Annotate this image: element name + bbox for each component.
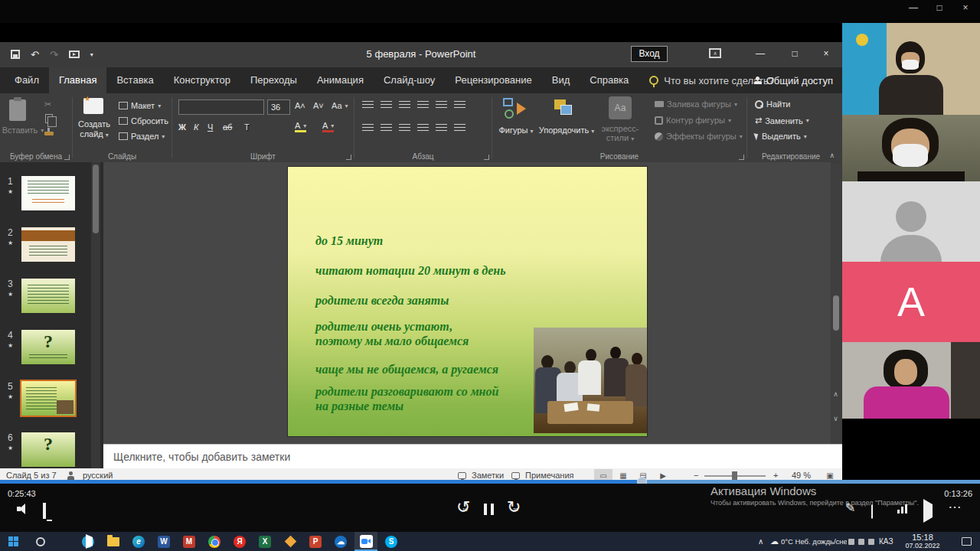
- annotate-pencil-icon[interactable]: ✎: [845, 500, 855, 515]
- font-color-button[interactable]: А▾: [322, 121, 334, 132]
- participant-avatar-placeholder[interactable]: [842, 181, 980, 262]
- clipboard-dialog-launcher[interactable]: [64, 155, 70, 160]
- replace-button[interactable]: ⇄Заменить▾: [755, 116, 809, 126]
- classroom-photo[interactable]: [534, 328, 647, 433]
- slide-text[interactable]: родители очень устают, поэтому мы мало о…: [315, 319, 498, 348]
- highlight-color-button[interactable]: А▾: [295, 121, 306, 132]
- excel-app-button[interactable]: X: [253, 532, 276, 551]
- telegram-app-button[interactable]: [77, 532, 100, 551]
- columns-icon[interactable]: [436, 124, 447, 133]
- keyboard-icon[interactable]: [871, 504, 873, 519]
- action-center-button[interactable]: [962, 532, 972, 551]
- change-case-button[interactable]: Аа▾: [332, 101, 348, 110]
- zoom-out-button[interactable]: −: [694, 471, 698, 480]
- bullets-icon[interactable]: [362, 101, 374, 110]
- participant-initial-tile[interactable]: А: [842, 262, 980, 342]
- participant-video-2[interactable]: [842, 115, 980, 181]
- window-minimize-button[interactable]: —: [902, 2, 925, 13]
- text-shadow-button[interactable]: Т: [244, 122, 250, 132]
- slide-thumbnail-1[interactable]: [21, 176, 75, 210]
- share-button[interactable]: Общий доступ: [754, 67, 833, 93]
- skype-app-button[interactable]: S: [380, 532, 403, 551]
- display-icon[interactable]: [43, 503, 46, 519]
- zoom-level[interactable]: 49 %: [792, 471, 811, 480]
- mail-app-button[interactable]: M: [178, 532, 201, 551]
- taskbar-clock[interactable]: 15:18 07.02.2022: [898, 533, 947, 549]
- slide-thumbnail-5-selected[interactable]: [21, 381, 75, 416]
- find-button[interactable]: Найти: [755, 99, 790, 109]
- editor-vertical-scrollbar[interactable]: [831, 164, 841, 444]
- notes-toggle-button[interactable]: Заметки: [472, 471, 504, 480]
- zoom-app-button-active[interactable]: [354, 532, 377, 551]
- weather-widget[interactable]: 0°C Неб. дождь/снег: [781, 532, 847, 551]
- align-center-icon[interactable]: [381, 124, 392, 133]
- window-close-button[interactable]: ×: [954, 2, 977, 13]
- yandex-disk-app-button[interactable]: [279, 532, 302, 551]
- yandex-browser-button[interactable]: Я: [228, 532, 251, 551]
- slide-text[interactable]: родители разговаривают со мной на разные…: [315, 384, 508, 413]
- chrome-browser-button[interactable]: [203, 532, 226, 551]
- window-maximize-button[interactable]: □: [928, 2, 951, 13]
- tab-design[interactable]: Конструктор: [164, 67, 240, 93]
- language-switcher[interactable]: КАЗ: [879, 532, 893, 551]
- align-left-icon[interactable]: [362, 124, 374, 133]
- tab-home[interactable]: Главная: [49, 67, 106, 93]
- tab-insert[interactable]: Вставка: [106, 67, 163, 93]
- notes-pane[interactable]: Щелкните, чтобы добавить заметки: [103, 444, 842, 468]
- stats-icon[interactable]: [897, 504, 909, 514]
- layout-button[interactable]: Макет▾: [119, 101, 161, 110]
- shrink-font-button[interactable]: А˅: [313, 101, 324, 110]
- select-button[interactable]: Выделить▾: [755, 132, 807, 141]
- ppt-maximize-button[interactable]: □: [782, 48, 808, 59]
- onedrive-app-button[interactable]: ☁: [329, 532, 352, 551]
- comments-toggle-button[interactable]: Примечания: [525, 471, 574, 480]
- drawing-dialog-launcher[interactable]: [739, 155, 744, 160]
- tab-slideshow[interactable]: Слайд-шоу: [374, 67, 445, 93]
- tab-animations[interactable]: Анимация: [307, 67, 374, 93]
- pause-button[interactable]: [484, 504, 494, 515]
- ppt-close-button[interactable]: ×: [813, 48, 839, 59]
- new-slide-button[interactable]: Создать слайд ▾: [73, 119, 116, 140]
- strikethrough-button[interactable]: аб: [223, 122, 232, 132]
- edge-browser-button[interactable]: e: [127, 532, 150, 551]
- participant-video-1[interactable]: [842, 23, 980, 115]
- slide-thumbnail-6[interactable]: ?: [21, 432, 75, 467]
- editor-scrollbar-thumb[interactable]: [833, 295, 839, 331]
- tab-review[interactable]: Рецензирование: [445, 67, 541, 93]
- slide-thumbnail-2[interactable]: [21, 227, 75, 262]
- powerpoint-app-button[interactable]: P: [304, 532, 327, 551]
- grow-font-button[interactable]: А˄: [295, 101, 305, 110]
- ribbon-display-options-icon[interactable]: ∧: [709, 48, 721, 58]
- numbering-icon[interactable]: [381, 101, 392, 110]
- collapse-ribbon-icon[interactable]: ∧: [829, 152, 835, 159]
- share-arrow-icon[interactable]: [923, 499, 933, 523]
- participant-video-3[interactable]: [842, 342, 980, 419]
- smartart-convert-icon[interactable]: [454, 124, 466, 133]
- section-button[interactable]: Раздел▾: [119, 132, 165, 141]
- line-spacing-icon[interactable]: [436, 101, 447, 110]
- sign-in-button[interactable]: Вход: [631, 46, 668, 62]
- underline-button[interactable]: Ч: [207, 122, 213, 132]
- bold-button[interactable]: Ж: [178, 122, 186, 132]
- tab-file[interactable]: Файл: [5, 67, 49, 93]
- zoom-slider[interactable]: [704, 475, 766, 477]
- tab-view[interactable]: Вид: [542, 67, 580, 93]
- align-right-icon[interactable]: [399, 124, 410, 133]
- file-explorer-button[interactable]: [102, 532, 125, 551]
- slide-text[interactable]: читают нотации 20 минут в день: [315, 263, 506, 278]
- arrange-button[interactable]: Упорядочить ▾: [532, 126, 601, 135]
- language-indicator[interactable]: русский: [83, 471, 113, 480]
- decrease-indent-icon[interactable]: [399, 101, 410, 110]
- tab-transitions[interactable]: Переходы: [240, 67, 307, 93]
- tab-help[interactable]: Справка: [580, 67, 639, 93]
- font-name-input[interactable]: [178, 99, 264, 115]
- zoom-in-button[interactable]: +: [773, 471, 778, 480]
- font-dialog-launcher[interactable]: [346, 155, 351, 160]
- word-app-button[interactable]: W: [152, 532, 175, 551]
- justify-icon[interactable]: [417, 124, 429, 133]
- accessibility-icon[interactable]: [67, 471, 74, 480]
- thumbnail-panel-scrollbar-thumb[interactable]: [93, 165, 99, 233]
- slide-text[interactable]: чаще мы не общаемся, а ругаемся: [315, 362, 498, 377]
- slide-text[interactable]: до 15 минут: [315, 233, 383, 248]
- current-slide[interactable]: до 15 минут читают нотации 20 минут в де…: [288, 167, 647, 436]
